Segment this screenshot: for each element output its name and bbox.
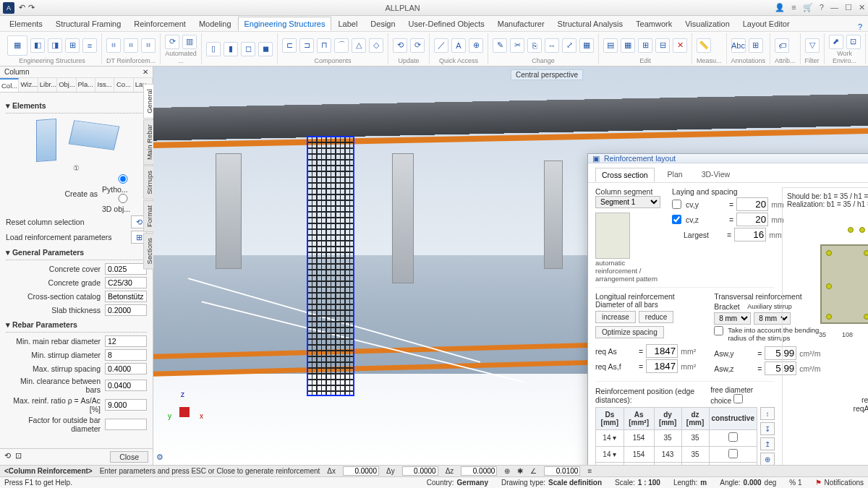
rib-ico-31[interactable]: ▦ — [579, 38, 594, 53]
pf-i2[interactable]: ⊡ — [15, 451, 22, 460]
rp2-v[interactable] — [105, 349, 147, 361]
cvz-v[interactable] — [736, 213, 768, 226]
minimize-icon[interactable]: — — [830, 3, 838, 12]
rib-ico-17[interactable]: ⊓ — [317, 38, 331, 53]
rib-ico-2[interactable]: ◧ — [30, 38, 45, 53]
cvz-check[interactable] — [672, 215, 681, 224]
palette-close-button[interactable]: Close — [110, 451, 148, 463]
tab-engineering-structures[interactable]: Engineering Structures — [238, 17, 332, 31]
tab-structural-analysis[interactable]: Structural Analysis — [551, 17, 629, 31]
redo-icon[interactable]: ↷ — [28, 3, 35, 12]
tbtn-3[interactable]: ↥ — [760, 437, 775, 450]
rib-ico-6[interactable]: ⌗ — [106, 38, 121, 53]
undo-icon[interactable]: ↶ — [19, 3, 25, 12]
rp6-v[interactable] — [105, 419, 147, 430]
tbtn-2[interactable]: ↧ — [760, 422, 775, 435]
ptab-obj[interactable]: Obj... — [57, 78, 76, 92]
rib-ico-33[interactable]: ▦ — [621, 38, 635, 53]
rib-ico-22[interactable]: ⟳ — [410, 38, 425, 53]
rib-ico-7[interactable]: ⌗ — [124, 38, 138, 53]
ptab-libr[interactable]: Libr... — [38, 78, 57, 92]
rib-ico-35[interactable]: ⊟ — [655, 38, 670, 53]
rib-ico-19[interactable]: △ — [352, 38, 366, 53]
close-icon[interactable]: ✕ — [859, 3, 865, 12]
rib-ico-25[interactable]: ⊕ — [469, 38, 483, 53]
user-icon[interactable]: 👤 — [775, 3, 785, 12]
reqAsf-v[interactable] — [646, 359, 678, 373]
dz-v[interactable] — [461, 466, 497, 476]
rp3-v[interactable] — [105, 363, 147, 374]
help-icon[interactable]: ? — [820, 3, 824, 12]
pf-i1[interactable]: ⟲ — [4, 451, 11, 460]
rib-ico-29[interactable]: ↔ — [545, 38, 559, 53]
ptab-col[interactable]: Col... — [0, 78, 19, 92]
tab-visualization[interactable]: Visualization — [678, 17, 736, 31]
maximize-icon[interactable]: ☐ — [845, 3, 852, 12]
reqAs-v[interactable] — [646, 344, 678, 358]
gp-cover-v[interactable] — [105, 263, 147, 275]
rib-ico-5[interactable]: ≡ — [82, 38, 97, 53]
dy-v[interactable] — [402, 466, 438, 476]
rib-ico-36[interactable]: ✕ — [673, 38, 687, 53]
tab-manufacturer[interactable]: Manufacturer — [491, 17, 551, 31]
rib-ico-4[interactable]: ⊞ — [65, 38, 80, 53]
gp-grade-v[interactable] — [105, 277, 147, 288]
tab-design[interactable]: Design — [364, 17, 401, 31]
bracket-v[interactable]: 8 mm — [714, 312, 751, 325]
rib-ico-14[interactable]: ◼ — [258, 42, 273, 56]
rp5-v[interactable] — [105, 399, 147, 411]
cons-check[interactable] — [728, 432, 738, 442]
dtab-3d[interactable]: 3D-View — [696, 168, 736, 182]
cmd-i2[interactable]: ✱ — [517, 467, 523, 475]
palette-close-icon[interactable]: ✕ — [142, 68, 148, 76]
cmd-i4[interactable]: ≡ — [587, 467, 592, 475]
tab-reinforcement[interactable]: Reinforcement — [127, 17, 192, 31]
cart-icon[interactable]: 🛒 — [803, 3, 813, 12]
notif[interactable]: Notifications — [825, 479, 864, 487]
rib-ico-24[interactable]: A — [451, 38, 466, 53]
rib-ico-10[interactable]: ▥ — [182, 35, 197, 49]
inc-button[interactable]: increase — [595, 311, 636, 323]
ptab-iss[interactable]: Iss... — [95, 78, 114, 92]
tbtn-4[interactable]: ⊕ — [760, 453, 775, 465]
rib-ico-34[interactable]: ⊞ — [638, 38, 652, 53]
cons-check[interactable] — [728, 449, 738, 458]
tab-modeling[interactable]: Modeling — [192, 17, 238, 31]
rib-ico-20[interactable]: ◇ — [369, 38, 383, 53]
ptab-wiz[interactable]: Wiz... — [19, 78, 38, 92]
rib-ico-27[interactable]: ✂ — [510, 38, 524, 53]
pattern-thumb[interactable] — [595, 213, 630, 259]
rib-ico-3[interactable]: ◨ — [48, 38, 62, 53]
rib-ico-13[interactable]: ◻ — [241, 42, 255, 56]
cmd-i1[interactable]: ⊕ — [504, 467, 510, 475]
gp-slab-v[interactable] — [105, 304, 147, 316]
rp4-v[interactable] — [105, 380, 147, 391]
rib-ico-39[interactable]: ⊞ — [749, 38, 763, 53]
ribbon-help-icon[interactable]: ? — [858, 22, 862, 31]
rib-ico-38[interactable]: Abc — [731, 38, 746, 53]
rib-ico-26[interactable]: ✎ — [493, 38, 507, 53]
rib-ico-9[interactable]: ⟳ — [165, 35, 179, 49]
ptab-co[interactable]: Co... — [114, 78, 133, 92]
dtab-plan[interactable]: Plan — [662, 168, 689, 182]
gp-cat-v[interactable] — [105, 291, 147, 302]
red-button[interactable]: reduce — [639, 311, 674, 323]
rib-ico-15[interactable]: ⊏ — [282, 38, 297, 53]
rib-ico-12[interactable]: ▮ — [224, 42, 238, 56]
opt-button[interactable]: Optimize spacing — [595, 326, 664, 338]
dtab-cross[interactable]: Cross section — [595, 168, 655, 182]
rib-ico-11[interactable]: ▯ — [206, 42, 221, 56]
rib-ico-18[interactable]: ⌒ — [334, 38, 349, 53]
cvy-v[interactable] — [736, 197, 768, 211]
cmd-ang-v[interactable] — [544, 466, 580, 476]
rib-ico-42[interactable]: ⬈ — [829, 35, 843, 49]
bend-check[interactable] — [714, 326, 723, 335]
menu-icon[interactable]: ≡ — [791, 3, 796, 12]
tab-teamwork[interactable]: Teamwork — [629, 17, 678, 31]
rib-ico-41[interactable]: ▽ — [805, 38, 820, 53]
tab-udo[interactable]: User-Defined Objects — [402, 17, 491, 31]
free-check[interactable] — [733, 394, 743, 403]
rib-ico-23[interactable]: ／ — [434, 38, 448, 53]
col-seg-select[interactable]: Segment 1 — [595, 196, 660, 208]
viewport[interactable]: Central perspective zxy ⚙ ▣ Reinforcemen… — [153, 67, 868, 465]
